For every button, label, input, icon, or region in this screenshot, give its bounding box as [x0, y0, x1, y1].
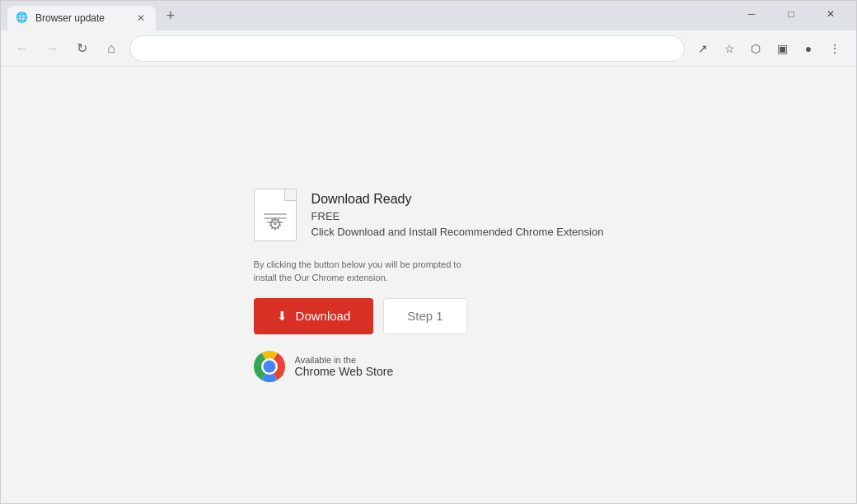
card-description: Click Download and Install Recommended C… [311, 226, 604, 238]
svg-point-2 [263, 360, 275, 372]
close-button[interactable]: ✕ [812, 1, 850, 27]
refresh-button[interactable]: ↻ [70, 37, 93, 60]
browser-toolbar: ← → ↻ ⌂ ↗ ☆ ⬡ ▣ ● ⋮ [1, 30, 856, 67]
extensions-icon[interactable]: ⬡ [744, 37, 767, 60]
step1-button[interactable]: Step 1 [383, 298, 466, 334]
tab-title: Browser update [35, 12, 128, 24]
menu-icon[interactable]: ⋮ [823, 37, 846, 60]
bookmark-icon[interactable]: ☆ [718, 37, 741, 60]
chrome-logo [254, 351, 285, 382]
tab-close-button[interactable]: ✕ [134, 12, 148, 25]
card-header: ⚙ Download Ready FREE Click Download and… [254, 189, 604, 245]
file-icon: ⚙ [254, 189, 298, 245]
file-gear-icon: ⚙ [268, 214, 283, 234]
maximize-button[interactable]: □ [772, 1, 810, 27]
forward-button[interactable]: → [40, 37, 63, 60]
back-button[interactable]: ← [11, 37, 34, 60]
window-controls: ─ □ ✕ [733, 1, 850, 30]
share-icon[interactable]: ↗ [691, 37, 714, 60]
browser-window: 🌐 Browser update ✕ + ─ □ ✕ ← → ↻ ⌂ ↗ ☆ ⬡… [0, 0, 857, 504]
button-row: ⬇ Download Step 1 [254, 298, 467, 334]
tab-favicon: 🌐 [16, 12, 29, 25]
chrome-store-available: Available in the [295, 355, 394, 365]
download-label: Download [296, 309, 351, 323]
content-card: ⚙ Download Ready FREE Click Download and… [254, 189, 604, 382]
browser-tab[interactable]: 🌐 Browser update ✕ [7, 6, 156, 30]
chrome-store-name: Chrome Web Store [295, 365, 394, 378]
file-icon-corner [284, 189, 296, 201]
profile-icon[interactable]: ● [797, 37, 820, 60]
download-icon: ⬇ [277, 309, 288, 324]
new-tab-button[interactable]: + [159, 4, 182, 27]
address-bar[interactable] [129, 35, 685, 62]
download-button[interactable]: ⬇ Download [254, 298, 374, 334]
sidebar-icon[interactable]: ▣ [770, 37, 794, 60]
chrome-store-text: Available in the Chrome Web Store [295, 355, 394, 378]
chrome-store-badge: Available in the Chrome Web Store [254, 351, 394, 382]
toolbar-actions: ↗ ☆ ⬡ ▣ ● ⋮ [691, 37, 846, 60]
minimize-button[interactable]: ─ [733, 1, 770, 27]
title-bar: 🌐 Browser update ✕ + ─ □ ✕ [1, 1, 856, 30]
page-content: ⚙ Download Ready FREE Click Download and… [1, 67, 856, 503]
card-info: Download Ready FREE Click Download and I… [311, 189, 604, 238]
home-button[interactable]: ⌂ [100, 37, 123, 60]
card-title: Download Ready [311, 192, 604, 207]
card-disclaimer: By clicking the button below you will be… [254, 258, 468, 285]
file-icon-body: ⚙ [254, 189, 297, 241]
card-free-label: FREE [311, 210, 604, 222]
